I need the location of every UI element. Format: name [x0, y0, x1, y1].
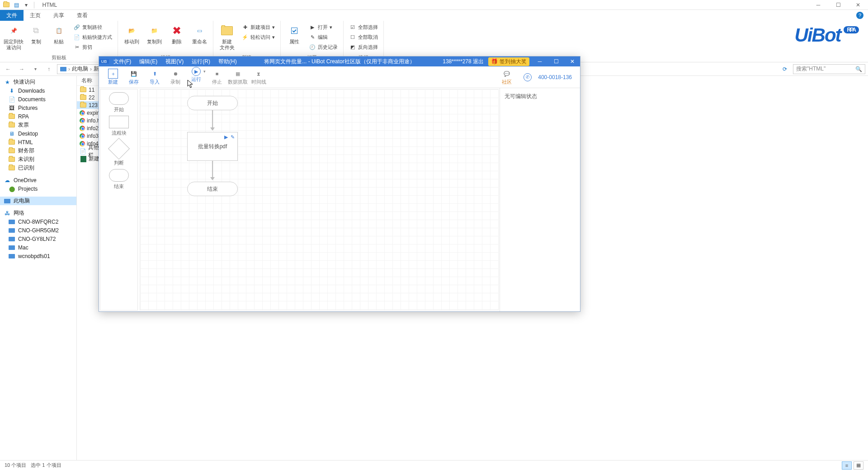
nav-pane[interactable]: ★快速访问 ⬇Downloads 📄Documents 🖼Pictures RP… [0, 76, 77, 460]
close-button[interactable]: ✕ [848, 0, 868, 10]
flow-canvas[interactable]: 开始 ▶✎ 批量转换pdf 结束 [140, 89, 499, 310]
nav-up[interactable]: ↑ [43, 64, 54, 75]
open-button[interactable]: ▶打开▾ [307, 23, 340, 32]
maximize-button[interactable]: ☐ [828, 0, 848, 10]
file-row[interactable]: 123 [77, 101, 99, 109]
history-button[interactable]: 🕘历史记录 [307, 42, 340, 52]
uibot-titlebar[interactable]: UB 文件(F) 编辑(E) 视图(V) 运行(R) 帮助(H) 将网页文件批量… [99, 56, 580, 66]
refresh-icon[interactable]: ⟳ [779, 64, 790, 75]
nav-downloads[interactable]: ⬇Downloads [0, 86, 76, 95]
nav-html[interactable]: HTML [0, 138, 76, 146]
nav-this-pc[interactable]: 此电脑 [0, 197, 76, 205]
nav-recent[interactable]: ▾ [30, 64, 41, 75]
new-item-button[interactable]: ✚新建项目▾ [240, 23, 277, 32]
menu-edit[interactable]: 编辑(E) [139, 58, 157, 66]
palette-end[interactable]: 结束 [109, 169, 129, 190]
nav-documents[interactable]: 📄Documents [0, 95, 76, 103]
menu-file[interactable]: 文件(F) [113, 58, 131, 66]
nav-quick-access[interactable]: ★快速访问 [0, 78, 76, 86]
uibot-account[interactable]: 138*****278 退出 [443, 58, 484, 66]
tab-home[interactable]: 主页 [24, 10, 47, 21]
search-input[interactable]: 搜索"HTML" 🔍 [793, 64, 865, 74]
menu-view[interactable]: 视图(V) [165, 58, 184, 66]
nav-pictures[interactable]: 🖼Pictures [0, 103, 76, 112]
delete-button[interactable]: ✖删除 [167, 23, 187, 45]
invert-select-button[interactable]: ◩反向选择 [347, 42, 380, 52]
tab-view[interactable]: 查看 [71, 10, 94, 21]
minimize-button[interactable]: ─ [808, 0, 828, 10]
copy-button[interactable]: ⿻复制 [26, 23, 46, 45]
nav-net-3[interactable]: Mac [0, 243, 76, 252]
uibot-close[interactable]: ✕ [566, 56, 578, 66]
nav-projects[interactable]: ⬤Projects [0, 184, 76, 193]
tb-save[interactable]: 💾保存 [123, 69, 144, 85]
tb-stop[interactable]: ■停止 [207, 69, 227, 85]
tb-timeline[interactable]: ⧗时间线 [248, 69, 269, 85]
nav-fapiao[interactable]: 发票 [0, 121, 76, 129]
copy-path-button[interactable]: 🔗复制路径 [71, 23, 114, 32]
help-icon[interactable]: ? [856, 12, 863, 19]
qat-dropdown-icon[interactable]: ▾ [23, 1, 30, 9]
file-row[interactable]: expire [77, 109, 99, 117]
tab-file[interactable]: 文件 [0, 10, 24, 21]
tb-import[interactable]: ⬆导入 [144, 69, 165, 85]
view-details-button[interactable]: ≡ [842, 461, 852, 470]
file-row[interactable]: 📄其他栏 [77, 147, 99, 155]
select-none-button[interactable]: ☐全部取消 [347, 33, 380, 42]
moveto-button[interactable]: 📂移动到 [122, 23, 142, 45]
nav-net-4[interactable]: wcnobpdfs01 [0, 252, 76, 260]
crumb-pc[interactable]: 此电脑 [72, 65, 88, 73]
menu-help[interactable]: 帮助(H) [218, 58, 237, 66]
node-block[interactable]: ▶✎ 批量转换pdf [187, 132, 238, 161]
file-row[interactable]: info.h [77, 117, 99, 124]
file-row[interactable]: info3. [77, 132, 99, 140]
file-row[interactable]: info2. [77, 124, 99, 132]
paste-button[interactable]: 📋粘贴 [49, 23, 69, 45]
nav-desktop[interactable]: 🖥Desktop [0, 129, 76, 138]
properties-button[interactable]: 属性 [284, 23, 304, 45]
nav-rpa[interactable]: RPA [0, 112, 76, 121]
copyto-button[interactable]: 📁复制到 [144, 23, 164, 45]
paste-shortcut-button[interactable]: 📄粘贴快捷方式 [71, 33, 114, 42]
rename-button[interactable]: ▭重命名 [189, 23, 209, 45]
node-start[interactable]: 开始 [187, 96, 238, 110]
nav-net-0[interactable]: CNO-8WFQRC2 [0, 217, 76, 226]
tb-community[interactable]: 💬社区 [496, 69, 517, 85]
tb-new[interactable]: ＋新建 [103, 69, 123, 85]
file-list[interactable]: 名称 11 22 123 expire info.h info2. info3.… [77, 76, 99, 460]
menu-run[interactable]: 运行(R) [192, 58, 210, 66]
tb-extract[interactable]: ▦数据抓取 [227, 69, 248, 85]
edit-button[interactable]: ✎编辑 [307, 33, 340, 42]
node-end[interactable]: 结束 [187, 182, 238, 196]
run-node-icon[interactable]: ▶ [224, 134, 228, 140]
nav-forward[interactable]: → [16, 64, 27, 75]
palette-block[interactable]: 流程块 [109, 116, 129, 136]
file-row[interactable]: 11 [77, 86, 99, 94]
nav-finance[interactable]: 财务部 [0, 146, 76, 155]
select-all-button[interactable]: ☑全部选择 [347, 23, 380, 32]
cut-button[interactable]: ✂剪切 [71, 42, 114, 52]
nav-onedrive[interactable]: ☁OneDrive [0, 176, 76, 184]
easy-access-button[interactable]: ⚡轻松访问▾ [240, 33, 277, 42]
palette-start[interactable]: 开始 [109, 92, 129, 113]
file-row[interactable]: 22 [77, 94, 99, 101]
tb-run[interactable]: ▶运行▾ [186, 67, 207, 87]
tab-share[interactable]: 共享 [47, 10, 71, 21]
nav-net-2[interactable]: CNO-GY8LN72 [0, 235, 76, 243]
qat-doc-icon[interactable]: ▤ [13, 1, 20, 9]
nav-recognized[interactable]: 已识别 [0, 164, 76, 172]
edit-node-icon[interactable]: ✎ [231, 134, 235, 140]
new-folder-button[interactable]: 新建 文件夹 [217, 23, 237, 51]
nav-back[interactable]: ← [3, 64, 14, 75]
nav-net-1[interactable]: CNO-GHR5GM2 [0, 226, 76, 235]
palette-decision[interactable]: 判断 [111, 139, 127, 166]
nav-unrecognized[interactable]: 未识别 [0, 155, 76, 164]
view-icons-button[interactable]: ▦ [854, 461, 863, 470]
uibot-minimize[interactable]: ─ [534, 56, 546, 66]
uibot-maximize[interactable]: ☐ [550, 56, 562, 66]
column-name[interactable]: 名称 [77, 76, 99, 86]
checkin-badge[interactable]: 🎁签到抽大奖 [488, 57, 529, 66]
pin-button[interactable]: 📌固定到快 速访问 [4, 23, 24, 51]
tb-record[interactable]: ⏺录制 [165, 69, 186, 85]
nav-network[interactable]: 🖧网络 [0, 209, 76, 217]
